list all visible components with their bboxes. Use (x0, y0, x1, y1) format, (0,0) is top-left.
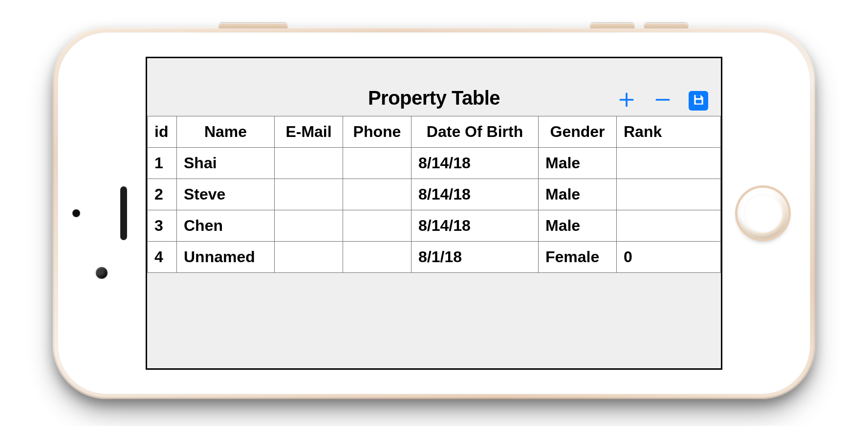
cell-dob[interactable]: 8/1/18 (412, 241, 539, 272)
cell-gender[interactable]: Male (539, 147, 617, 179)
table-row[interactable]: 3Chen8/14/18Male (148, 210, 721, 241)
col-dob[interactable]: Date Of Birth (412, 116, 539, 147)
cell-rank[interactable] (617, 179, 721, 210)
plus-icon (618, 91, 635, 110)
home-button[interactable] (738, 188, 788, 239)
col-gender[interactable]: Gender (539, 116, 617, 147)
add-button[interactable] (616, 90, 637, 111)
empty-area (147, 273, 721, 370)
cell-dob[interactable]: 8/14/18 (412, 210, 539, 241)
volume-down-edge (644, 23, 688, 28)
cell-name[interactable]: Unnamed (177, 241, 275, 272)
cell-email[interactable] (275, 147, 343, 179)
cell-phone[interactable] (343, 210, 412, 241)
cell-id[interactable]: 1 (148, 147, 177, 179)
svg-rect-4 (696, 100, 702, 104)
cell-email[interactable] (275, 210, 343, 241)
remove-button[interactable] (652, 90, 673, 111)
table-row[interactable]: 4Unnamed8/1/18Female0 (148, 241, 721, 272)
cell-rank[interactable]: 0 (617, 241, 721, 272)
cell-phone[interactable] (343, 179, 412, 210)
page-title: Property Table (368, 87, 500, 109)
cell-phone[interactable] (343, 147, 412, 179)
cell-id[interactable]: 3 (148, 210, 177, 241)
toolbar-actions (616, 90, 708, 111)
save-icon (692, 93, 705, 108)
table-header: id Name E-Mail Phone Date Of Birth Gende… (148, 116, 721, 147)
cell-id[interactable]: 2 (148, 179, 177, 210)
cell-name[interactable]: Steve (177, 179, 275, 210)
cell-gender[interactable]: Male (539, 210, 617, 241)
property-table[interactable]: id Name E-Mail Phone Date Of Birth Gende… (147, 116, 721, 273)
table-body: 1Shai8/14/18Male2Steve8/14/18Male3Chen8/… (148, 147, 721, 272)
minus-icon (654, 91, 671, 110)
volume-up-edge (590, 23, 634, 28)
cell-email[interactable] (275, 179, 343, 210)
col-email[interactable]: E-Mail (275, 116, 343, 147)
cell-rank[interactable] (617, 210, 721, 241)
svg-rect-3 (696, 95, 701, 98)
cell-phone[interactable] (343, 241, 412, 272)
device-frame: Property Table (53, 27, 815, 399)
app-screen: Property Table (146, 57, 722, 370)
front-camera (96, 267, 108, 279)
table-row[interactable]: 2Steve8/14/18Male (148, 179, 721, 210)
cell-name[interactable]: Chen (177, 210, 275, 241)
cell-id[interactable]: 4 (148, 241, 177, 272)
data-table-container: id Name E-Mail Phone Date Of Birth Gende… (147, 116, 721, 273)
power-button-edge (219, 23, 287, 28)
table-row[interactable]: 1Shai8/14/18Male (148, 147, 721, 179)
cell-gender[interactable]: Male (539, 179, 617, 210)
navigation-bar: Property Table (147, 58, 721, 116)
cell-dob[interactable]: 8/14/18 (412, 147, 539, 179)
cell-gender[interactable]: Female (539, 241, 617, 272)
col-rank[interactable]: Rank (617, 116, 721, 147)
proximity-sensor (72, 209, 80, 217)
save-button[interactable] (689, 91, 708, 111)
cell-dob[interactable]: 8/14/18 (412, 179, 539, 210)
col-id[interactable]: id (148, 116, 177, 147)
cell-name[interactable]: Shai (177, 147, 275, 179)
earpiece-speaker (120, 186, 127, 240)
col-name[interactable]: Name (177, 116, 275, 147)
col-phone[interactable]: Phone (343, 116, 412, 147)
cell-email[interactable] (275, 241, 343, 272)
cell-rank[interactable] (617, 147, 721, 179)
